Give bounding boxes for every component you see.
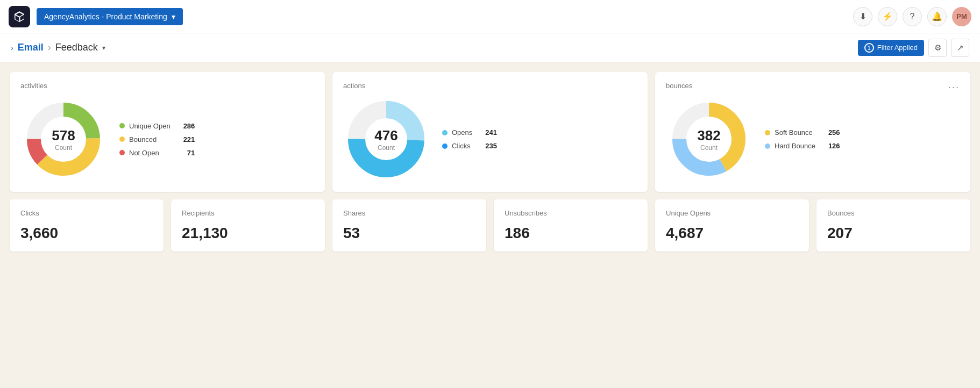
hard-bounce-dot (765, 143, 770, 149)
breadcrumb-actions: 1 Filter Applied ⚙ ↗ (858, 39, 969, 57)
bounces-count-label: Count (697, 144, 720, 152)
activities-title: activities (20, 82, 314, 90)
stat-unique-opens: Unique Opens 4,687 (655, 199, 809, 252)
more-options-button[interactable]: ··· (948, 82, 960, 93)
stat-shares-title: Shares (343, 209, 475, 217)
stats-row: Clicks 3,660 Recipients 21,130 Shares 53… (10, 199, 970, 252)
activities-count: 578 (52, 127, 75, 144)
opens-dot (442, 130, 448, 135)
header-right: ⬇ ⚡ ? 🔔 PM (853, 7, 971, 26)
actions-count-label: Count (374, 144, 397, 152)
stat-shares: Shares 53 (332, 199, 486, 252)
breadcrumb-bar: › Email › Feedback ▾ 1 Filter Applied ⚙ … (0, 33, 980, 62)
activities-donut: 578 Count (20, 96, 106, 182)
opens-label: Opens (452, 128, 472, 136)
unique-open-dot (119, 123, 125, 128)
breadcrumb: › Email › Feedback ▾ (11, 42, 105, 53)
legend-soft-bounce: Soft Bounce 256 (765, 128, 840, 136)
main-content: activities 578 (0, 62, 980, 261)
stat-bounces-value: 207 (827, 225, 960, 242)
bounces-legend: Soft Bounce 256 Hard Bounce 126 (765, 128, 840, 150)
header-left: AgencyAnalytics - Product Marketing ▾ (9, 6, 183, 27)
unique-open-value: 286 (175, 122, 195, 130)
stat-bounces: Bounces 207 (816, 199, 970, 252)
legend-not-open: Not Open 71 (119, 149, 195, 157)
activities-legend: Unique Open 286 Bounced 221 Not Open 71 (119, 122, 195, 157)
clicks-label: Clicks (452, 142, 471, 150)
bounces-chart-area: 382 Count Soft Bounce 256 Hard Bounce 12… (666, 96, 960, 182)
not-open-label: Not Open (129, 149, 159, 157)
notification-icon[interactable]: 🔔 (927, 7, 947, 26)
activities-count-label: Count (52, 144, 75, 152)
bounced-label: Bounced (129, 135, 157, 143)
lightning-icon[interactable]: ⚡ (878, 7, 897, 26)
bounces-title: bounces (666, 82, 692, 90)
agency-selector[interactable]: AgencyAnalytics - Product Marketing ▾ (37, 8, 183, 25)
download-icon[interactable]: ⬇ (853, 7, 872, 26)
bounces-count: 382 (697, 127, 720, 144)
actions-count: 476 (374, 127, 397, 144)
breadcrumb-dropdown-icon[interactable]: ▾ (102, 44, 105, 52)
help-icon[interactable]: ? (903, 7, 922, 26)
activities-chart-area: 578 Count Unique Open 286 Bounced 221 (20, 96, 314, 182)
actions-legend: Opens 241 Clicks 235 (442, 128, 497, 150)
actions-title: actions (343, 82, 637, 90)
clicks-value: 235 (477, 142, 497, 150)
dropdown-icon: ▾ (172, 12, 175, 21)
breadcrumb-email[interactable]: Email (18, 42, 44, 53)
filter-label: Filter Applied (877, 44, 918, 52)
soft-bounce-label: Soft Bounce (775, 128, 813, 136)
not-open-value: 71 (179, 149, 195, 157)
legend-clicks: Clicks 235 (442, 142, 497, 150)
legend-bounced: Bounced 221 (119, 135, 195, 143)
header: AgencyAnalytics - Product Marketing ▾ ⬇ … (0, 0, 980, 33)
logo (9, 6, 30, 27)
stat-unsubscribes: Unsubscribes 186 (494, 199, 648, 252)
stat-unsubscribes-title: Unsubscribes (505, 209, 637, 217)
breadcrumb-current: Feedback (55, 42, 98, 53)
share-icon[interactable]: ↗ (951, 39, 969, 57)
activities-card: activities 578 (10, 72, 325, 192)
filter-applied-button[interactable]: 1 Filter Applied (858, 40, 924, 56)
bounced-dot (119, 136, 125, 142)
stat-recipients-title: Recipients (182, 209, 314, 217)
stat-bounces-title: Bounces (827, 209, 960, 217)
bounced-value: 221 (175, 135, 195, 143)
not-open-dot (119, 150, 125, 155)
soft-bounce-dot (765, 130, 770, 135)
stat-clicks-title: Clicks (20, 209, 153, 217)
activities-donut-center: 578 Count (52, 127, 75, 152)
filter-badge: 1 (864, 43, 874, 53)
stat-clicks: Clicks 3,660 (10, 199, 164, 252)
bounces-donut: 382 Count (666, 96, 752, 182)
legend-opens: Opens 241 (442, 128, 497, 136)
breadcrumb-expand-icon[interactable]: › (11, 44, 13, 52)
stat-recipients-value: 21,130 (182, 225, 314, 242)
bounces-donut-center: 382 Count (697, 127, 720, 152)
stat-unsubscribes-value: 186 (505, 225, 637, 242)
actions-card: actions 476 Count (332, 72, 648, 192)
stat-unique-opens-value: 4,687 (666, 225, 798, 242)
charts-row: activities 578 (10, 72, 970, 192)
bounces-card: bounces ··· 382 Count (655, 72, 970, 192)
hard-bounce-label: Hard Bounce (775, 142, 815, 150)
opens-value: 241 (477, 128, 497, 136)
settings-icon[interactable]: ⚙ (928, 39, 947, 57)
stat-unique-opens-title: Unique Opens (666, 209, 798, 217)
soft-bounce-value: 256 (820, 128, 840, 136)
actions-chart-area: 476 Count Opens 241 Clicks 235 (343, 96, 637, 182)
breadcrumb-separator: › (48, 42, 51, 53)
stat-shares-value: 53 (343, 225, 475, 242)
bounces-card-header: bounces ··· (666, 82, 960, 96)
legend-hard-bounce: Hard Bounce 126 (765, 142, 840, 150)
stat-recipients: Recipients 21,130 (171, 199, 325, 252)
unique-open-label: Unique Open (129, 122, 171, 130)
avatar[interactable]: PM (952, 7, 971, 26)
clicks-dot (442, 143, 448, 149)
hard-bounce-value: 126 (820, 142, 840, 150)
actions-donut-center: 476 Count (374, 127, 397, 152)
actions-donut: 476 Count (343, 96, 429, 182)
stat-clicks-value: 3,660 (20, 225, 153, 242)
legend-unique-open: Unique Open 286 (119, 122, 195, 130)
agency-label: AgencyAnalytics - Product Marketing (44, 12, 167, 21)
